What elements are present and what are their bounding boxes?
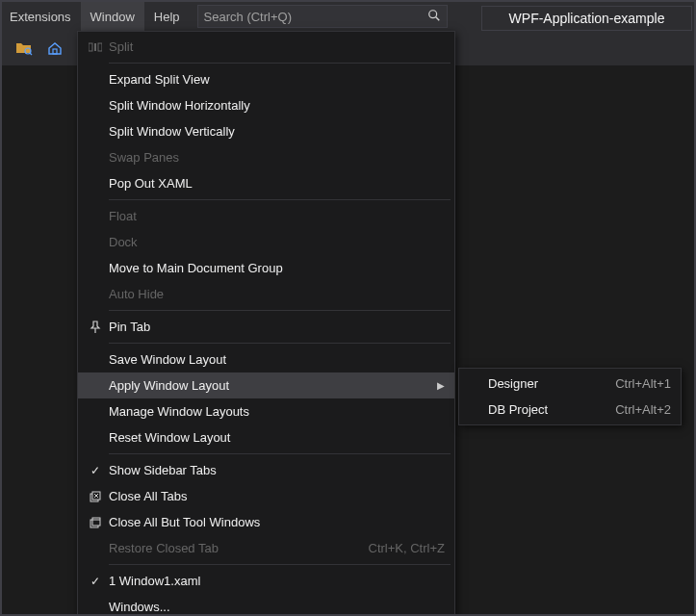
- menu-window[interactable]: Window: [81, 2, 144, 31]
- search-icon: [427, 9, 441, 25]
- pin-icon: [82, 321, 109, 334]
- svg-rect-5: [89, 43, 92, 51]
- menu-item-show-sidebar-tabs[interactable]: ✓ Show Sidebar Tabs: [78, 457, 454, 483]
- menu-item-expand-split-view[interactable]: Expand Split View: [78, 66, 454, 92]
- split-icon: [82, 41, 109, 53]
- close-all-tabs-icon: [82, 490, 109, 503]
- menu-separator: [109, 343, 451, 344]
- menu-label: Save Window Layout: [109, 352, 445, 367]
- menu-separator: [109, 453, 451, 454]
- menu-label: Swap Panes: [109, 150, 445, 165]
- menu-separator: [109, 310, 451, 311]
- menu-separator: [109, 63, 451, 64]
- menu-item-auto-hide: Auto Hide: [78, 281, 454, 307]
- menu-item-manage-window-layouts[interactable]: Manage Window Layouts: [78, 398, 454, 424]
- menu-shortcut: Ctrl+K, Ctrl+Z: [369, 541, 445, 555]
- menu-extensions[interactable]: Extensions: [0, 2, 81, 31]
- menu-label: Restore Closed Tab: [109, 541, 369, 555]
- menu-label: Split Window Horizontally: [109, 98, 445, 113]
- svg-rect-4: [53, 49, 57, 54]
- menu-item-apply-window-layout[interactable]: Apply Window Layout ▶: [78, 372, 454, 398]
- close-all-but-tool-icon: [82, 516, 109, 529]
- check-icon: ✓: [90, 575, 100, 588]
- svg-point-0: [428, 10, 436, 17]
- home-icon[interactable]: [44, 38, 65, 59]
- menu-shortcut: Ctrl+Alt+2: [615, 402, 671, 417]
- menu-item-move-to-main-document-group[interactable]: Move to Main Document Group: [78, 255, 454, 281]
- menu-label: Manage Window Layouts: [109, 404, 445, 419]
- menu-item-windows[interactable]: Windows...: [78, 594, 454, 616]
- menu-label: Split Window Vertically: [109, 124, 445, 139]
- menu-label: Close All Tabs: [109, 489, 445, 503]
- menu-item-dock: Dock: [78, 229, 454, 255]
- submenu-item-db-project[interactable]: DB Project Ctrl+Alt+2: [459, 397, 681, 423]
- menu-item-split-vertically[interactable]: Split Window Vertically: [78, 118, 454, 144]
- menu-label: Dock: [109, 235, 445, 249]
- menu-item-reset-window-layout[interactable]: Reset Window Layout: [78, 424, 454, 450]
- submenu-item-designer[interactable]: Designer Ctrl+Alt+1: [459, 371, 681, 397]
- menu-item-close-all-tabs[interactable]: Close All Tabs: [78, 483, 454, 509]
- apply-window-layout-submenu: Designer Ctrl+Alt+1 DB Project Ctrl+Alt+…: [458, 368, 682, 425]
- menu-label: Designer: [488, 376, 615, 391]
- menu-label: Expand Split View: [109, 72, 445, 87]
- menu-item-pop-out-xaml[interactable]: Pop Out XAML: [78, 170, 454, 196]
- menu-label: DB Project: [488, 402, 615, 417]
- check-icon: ✓: [90, 464, 100, 477]
- menu-label: Split: [109, 39, 445, 54]
- svg-line-3: [30, 53, 32, 55]
- menu-item-close-all-but-tool-windows[interactable]: Close All But Tool Windows: [78, 509, 454, 535]
- menu-label: Show Sidebar Tabs: [109, 463, 445, 477]
- search-box[interactable]: [197, 5, 448, 28]
- menu-label: Windows...: [109, 600, 445, 614]
- submenu-arrow-icon: ▶: [437, 380, 445, 391]
- menu-label: Move to Main Document Group: [109, 261, 445, 275]
- menu-label: Float: [109, 209, 445, 223]
- menu-label: Close All But Tool Windows: [109, 515, 445, 529]
- menu-item-restore-closed-tab: Restore Closed Tab Ctrl+K, Ctrl+Z: [78, 535, 454, 561]
- menu-item-swap-panes: Swap Panes: [78, 144, 454, 170]
- menu-item-window1[interactable]: ✓ 1 Window1.xaml: [78, 568, 454, 594]
- menu-separator: [109, 564, 451, 565]
- svg-line-1: [435, 16, 439, 20]
- menu-label: Reset Window Layout: [109, 430, 445, 445]
- menu-label: Apply Window Layout: [109, 378, 437, 393]
- search-input[interactable]: [204, 10, 416, 24]
- menu-item-float: Float: [78, 203, 454, 229]
- svg-rect-13: [92, 518, 100, 526]
- menu-shortcut: Ctrl+Alt+1: [615, 376, 671, 391]
- menu-item-save-window-layout[interactable]: Save Window Layout: [78, 346, 454, 372]
- menu-separator: [109, 199, 451, 200]
- window-menu-dropdown: Split Expand Split View Split Window Hor…: [77, 31, 455, 616]
- menu-label: Pin Tab: [109, 320, 445, 334]
- menu-item-split-horizontally[interactable]: Split Window Horizontally: [78, 92, 454, 118]
- menu-label: 1 Window1.xaml: [109, 574, 445, 588]
- menu-label: Pop Out XAML: [109, 176, 445, 191]
- open-folder-icon[interactable]: [13, 38, 35, 59]
- menu-item-split: Split: [78, 34, 454, 60]
- svg-rect-6: [94, 43, 96, 51]
- svg-rect-7: [98, 43, 102, 51]
- solution-name-tile[interactable]: WPF-Application-example: [481, 6, 692, 31]
- menu-help[interactable]: Help: [144, 2, 190, 31]
- menu-label: Auto Hide: [109, 287, 445, 301]
- menu-item-pin-tab[interactable]: Pin Tab: [78, 314, 454, 340]
